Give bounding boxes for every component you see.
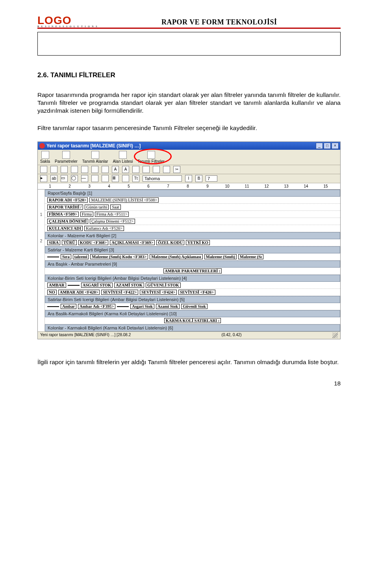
column-header-row[interactable]: NOAMBAR ADI <F420>SEVİYESİ <F422>SEVİYES… bbox=[45, 289, 340, 296]
column-header-row[interactable]: SIRATÜRÜKODU <F368>AÇIKLAMASI <F369>ÖZEL… bbox=[45, 239, 340, 246]
gradient-icon[interactable] bbox=[102, 175, 109, 182]
toolbar-filter-button[interactable]: Tanımlı Filtreler bbox=[138, 151, 165, 164]
band-header[interactable]: Satirlar - Malzeme Karti Bilgileri [3] bbox=[45, 246, 340, 253]
pointer-icon[interactable]: ▸ bbox=[40, 175, 47, 182]
filter-icon bbox=[147, 151, 155, 159]
design-row[interactable]: RAPOR TARİHİ /Günün tarihiSaat bbox=[45, 204, 340, 211]
clip-icon[interactable]: ✂ bbox=[173, 166, 180, 173]
cut-icon[interactable] bbox=[153, 166, 160, 173]
align-left-icon[interactable] bbox=[71, 166, 78, 173]
field-cell[interactable]: KULLANICI ADI bbox=[47, 226, 83, 231]
column-header[interactable]: Güvenli Stok bbox=[181, 304, 208, 309]
column-header[interactable]: GÜVENLİ STOK bbox=[146, 283, 181, 288]
line-tool-icon[interactable]: — bbox=[81, 175, 88, 182]
rect-tool-icon[interactable]: ▭ bbox=[61, 175, 68, 182]
column-header[interactable]: YETKİ KO bbox=[186, 240, 210, 245]
field-cell[interactable]: Saat bbox=[110, 205, 120, 210]
column-header[interactable]: ÖZEL KODU bbox=[156, 240, 184, 245]
column-header[interactable]: Malzeme (Sınıfı) Açıklaması bbox=[150, 254, 203, 259]
field-cell[interactable]: FİRMA <F509> bbox=[47, 212, 79, 217]
font-a-icon[interactable]: A bbox=[112, 166, 119, 173]
design-row[interactable]: ÇALIŞMA DÖNEMİÇalışma Dönemi <F512> bbox=[45, 218, 340, 225]
column-header[interactable] bbox=[117, 306, 129, 307]
band-header[interactable]: Ara Baslik-Karmakoli Bilgileri (Karma Ko… bbox=[45, 310, 340, 317]
column-header[interactable]: SEVİYESİ <F424> bbox=[140, 290, 177, 295]
column-header[interactable]: AÇIKLAMASI <F369> bbox=[110, 240, 155, 245]
column-header[interactable]: ASGARİ STOK bbox=[81, 283, 113, 288]
font-name-input[interactable]: Tahoma bbox=[143, 175, 182, 182]
fill-icon[interactable] bbox=[132, 166, 139, 173]
band-header[interactable]: Kolonlar-Birim Seti Icerigi Bilgileri (A… bbox=[45, 275, 340, 282]
column-header[interactable]: AMBAR ADI <F420> bbox=[58, 290, 100, 295]
font-size-input[interactable]: 7 bbox=[206, 175, 217, 182]
status-left: Yeni rapor tasarımı [MALZEME (SINIFI) …]… bbox=[40, 333, 131, 338]
column-header[interactable]: Sıra bbox=[61, 254, 71, 259]
column-header-row[interactable]: AmbarAmbar Adı <F395>Asgari StokAzami St… bbox=[45, 303, 340, 310]
table-icon[interactable] bbox=[61, 166, 68, 173]
band-header[interactable]: Satirlar-Birim Seti Icerigi Bilgileri (A… bbox=[45, 296, 340, 303]
list-icon[interactable]: ≣ bbox=[112, 175, 119, 182]
window-titlebar[interactable]: Yeni rapor tasarımı [MALZEME (SINIFI) …]… bbox=[38, 142, 340, 150]
toolbar-fields-button[interactable]: Tanımlı Alanlar bbox=[82, 151, 108, 164]
design-row[interactable]: FİRMA <F509>FirmaFirma Adı <F511> bbox=[45, 211, 340, 218]
design-row[interactable]: KULLANICI ADIKullanıcı Adı <F526> bbox=[45, 225, 340, 232]
column-header[interactable]: NO bbox=[47, 290, 57, 295]
column-header[interactable]: SEVİYESİ <F422> bbox=[101, 290, 138, 295]
column-header[interactable]: TÜRÜ bbox=[62, 240, 77, 245]
column-header[interactable]: SEVİYESİ <F426> bbox=[178, 290, 215, 295]
field-cell[interactable]: Kullanıcı Adı <F526> bbox=[84, 226, 124, 231]
column-header[interactable]: Ambar Adı <F395> bbox=[78, 304, 115, 309]
field-cell[interactable]: RAPOR TARİHİ / bbox=[47, 205, 83, 210]
column-header[interactable]: KODU <F368> bbox=[78, 240, 108, 245]
toolbar-check-button[interactable]: Parametreler bbox=[55, 151, 78, 164]
band-header[interactable]: Kolonlar - Karmakoli Bilgileri (Karma Ko… bbox=[45, 324, 340, 331]
ellipse-tool-icon[interactable]: ◯ bbox=[71, 175, 78, 182]
bold-button[interactable]: B bbox=[195, 175, 202, 182]
column-header[interactable]: AZAMİ STOK bbox=[114, 283, 144, 288]
column-header[interactable]: AMBAR bbox=[47, 283, 66, 288]
column-header[interactable] bbox=[68, 285, 80, 286]
align-center-icon[interactable] bbox=[81, 166, 88, 173]
font-indicator-icon[interactable]: Tt bbox=[132, 175, 139, 182]
font-a2-icon[interactable]: A bbox=[122, 166, 129, 173]
column-header[interactable]: Asgari Stok bbox=[130, 304, 154, 309]
column-header[interactable]: Malzeme (Sınıfı) bbox=[204, 254, 237, 259]
italic-button[interactable]: I bbox=[185, 175, 192, 182]
band-header[interactable]: Ara Başlık - Ambar Parametreleri [9] bbox=[45, 261, 340, 268]
close-button[interactable]: × bbox=[332, 143, 339, 149]
design-surface[interactable]: Rapor/Sayfa Başlığı [1]RAPOR ADI <F520>M… bbox=[45, 190, 340, 331]
column-header-row[interactable]: SıratalzemiMalzeme (Sınıfı) Kodu <F383>M… bbox=[45, 253, 340, 261]
align-justify-icon[interactable] bbox=[102, 166, 109, 173]
field-cell[interactable]: Firma bbox=[80, 212, 93, 217]
column-header[interactable]: Azami Stok bbox=[156, 304, 180, 309]
column-header[interactable]: talzemi bbox=[73, 254, 89, 259]
maximize-button[interactable]: □ bbox=[324, 143, 331, 149]
column-header[interactable]: Malzeme (Sınıfı) Kodu <F383> bbox=[90, 254, 148, 259]
band-header[interactable]: Rapor/Sayfa Başlığı [1] bbox=[45, 190, 340, 197]
design-row[interactable]: RAPOR ADI <F520>MALZEME (SINIFI) LİSTESİ… bbox=[45, 197, 340, 204]
column-header-row[interactable]: AMBARASGARİ STOKAZAMİ STOKGÜVENLİ STOK bbox=[45, 282, 340, 289]
column-header[interactable]: Ambar bbox=[61, 304, 76, 309]
layout-icon[interactable] bbox=[40, 166, 47, 173]
layout2-icon[interactable] bbox=[50, 166, 57, 173]
field-cell[interactable]: Firma Adı <F511> bbox=[95, 212, 129, 217]
minimize-button[interactable]: _ bbox=[316, 143, 323, 149]
text-tool-icon[interactable]: ab bbox=[50, 175, 57, 182]
band-header[interactable]: Kolonlar - Malzeme Karti Bilgileri [2] bbox=[45, 232, 340, 239]
column-header[interactable] bbox=[47, 257, 59, 257]
column-header[interactable] bbox=[47, 306, 59, 307]
toolbar-list-button[interactable]: Alan Listesi bbox=[113, 151, 133, 164]
field-cell[interactable]: RAPOR ADI <F520> bbox=[47, 197, 88, 203]
column-header[interactable]: SIRA bbox=[47, 240, 60, 245]
image-tool-icon[interactable] bbox=[91, 175, 98, 182]
copy-icon[interactable] bbox=[163, 166, 170, 173]
column-header[interactable]: Malzeme (Sı bbox=[238, 254, 263, 259]
field-cell[interactable]: Günün tarihi bbox=[85, 205, 109, 210]
field-cell[interactable]: MALZEME (SINIFI) LİSTESİ <F508> bbox=[89, 197, 159, 203]
toolbar-save-button[interactable]: Sakla bbox=[40, 151, 50, 164]
border-icon[interactable] bbox=[143, 166, 150, 173]
field-cell[interactable]: ÇALIŞMA DÖNEMİ bbox=[47, 219, 88, 224]
field-cell[interactable]: Çalışma Dönemi <F512> bbox=[90, 219, 135, 224]
resize-grip[interactable] bbox=[332, 333, 338, 338]
align-right-icon[interactable] bbox=[91, 166, 98, 173]
